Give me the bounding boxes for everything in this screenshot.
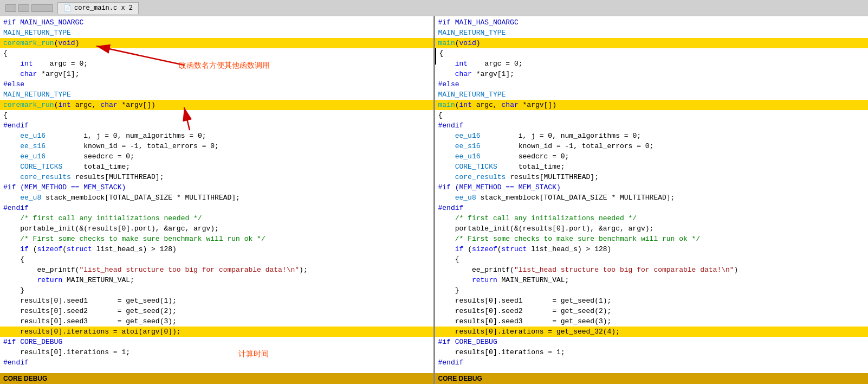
right-code-area[interactable]: #if MAIN_HAS_NOARGC MAIN_RETURN_TYPE mai… (435, 16, 869, 384)
code-line: MAIN_RETURN_TYPE (0, 89, 433, 100)
code-line: ee_u16 seedcrc = 0; (0, 151, 433, 162)
right-status-bar: CORE DEBUG (435, 373, 869, 384)
window-controls (5, 4, 53, 12)
code-line: MAIN_RETURN_TYPE (0, 28, 433, 38)
code-line: ee_printf("list_head structure too big f… (435, 265, 869, 275)
code-line: /* First some checks to make sure benchm… (0, 234, 433, 244)
code-line: { (435, 254, 869, 265)
code-line: #endif (435, 357, 869, 368)
code-line: /* First some checks to make sure benchm… (435, 234, 869, 244)
code-line: CORE_TICKS total_time; (0, 162, 433, 172)
code-line: #endif (435, 120, 869, 131)
code-line: ee_u8 stack_memblock[TOTAL_DATA_SIZE * M… (435, 193, 869, 203)
code-line: #if MAIN_HAS_NOARGC (435, 17, 869, 28)
code-line: CORE_TICKS total_time; (435, 162, 869, 172)
left-code-area[interactable]: #if MAIN_HAS_NOARGC MAIN_RETURN_TYPE cor… (0, 16, 433, 384)
code-line: ee_u16 i, j = 0, num_algorithms = 0; (435, 131, 869, 141)
annotation-rename: 改函数名方便其他函数调用 (179, 61, 270, 71)
code-line: core_results results[MULTITHREAD]; (0, 172, 433, 182)
right-editor-panel: #if MAIN_HAS_NOARGC MAIN_RETURN_TYPE mai… (433, 16, 869, 384)
code-line: { (435, 48, 869, 59)
code-line: if (sizeof(struct list_head_s) > 128) (0, 244, 433, 254)
tab-label: core_main.c x 2 (74, 4, 133, 12)
code-line: results[0].seed3 = get_seed(3); (0, 316, 433, 327)
top-bar: 📄 core_main.c x 2 (0, 0, 868, 16)
file-icon: 📄 (63, 4, 72, 12)
left-editor-panel: #if MAIN_HAS_NOARGC MAIN_RETURN_TYPE cor… (0, 16, 433, 384)
code-line: /* first call any initializations needed… (435, 213, 869, 223)
code-line: { (0, 110, 433, 120)
code-line: #if (MEM_METHOD == MEM_STACK) (0, 182, 433, 193)
code-line: #else (0, 79, 433, 89)
code-line: } (435, 285, 869, 296)
code-line-highlight-2: coremark_run(int argc, char *argv[]) (0, 100, 433, 110)
code-line: return MAIN_RETURN_VAL; (0, 275, 433, 285)
code-line: results[0].seed2 = get_seed(2); (435, 306, 869, 316)
code-line-highlight-riter: results[0].iterations = get_seed_32(4); (435, 327, 869, 337)
left-status-text: CORE DEBUG (3, 375, 47, 382)
code-line: #endif (0, 357, 433, 368)
code-line: int argc = 0; (435, 59, 869, 69)
code-line: portable_init(&(results[0].port), &argc,… (0, 223, 433, 234)
code-line: MAIN_RETURN_TYPE (435, 89, 869, 100)
code-line: { (0, 48, 433, 59)
code-line-highlight-r2: main(int argc, char *argv[]) (435, 100, 869, 110)
code-line: ee_u16 seedcrc = 0; (435, 151, 869, 162)
code-line-highlight-1: coremark_run(void) (0, 38, 433, 48)
code-line: { (0, 254, 433, 265)
code-line: #if CORE_DEBUG (435, 337, 869, 347)
code-line: ee_printf("list_head structure too big f… (0, 265, 433, 275)
code-line: #else (435, 79, 869, 89)
app-container: 📄 core_main.c x 2 #if MAIN_HAS_NOARGC MA… (0, 0, 868, 384)
code-line: #endif (0, 203, 433, 213)
code-line: MAIN_RETURN_TYPE (435, 28, 869, 38)
code-line-highlight-r1: main(void) (435, 38, 869, 48)
code-line: #if CORE_DEBUG (0, 337, 433, 347)
code-line: ee_s16 known_id = -1, total_errors = 0; (435, 141, 869, 151)
code-line: #endif (435, 203, 869, 213)
file-tab[interactable]: 📄 core_main.c x 2 (57, 2, 139, 14)
annotation-timing: 计算时间 (238, 349, 269, 359)
code-line: #if (MEM_METHOD == MEM_STACK) (435, 182, 869, 193)
code-line: results[0].iterations = 1; (0, 347, 433, 357)
code-line: ee_u8 stack_memblock[TOTAL_DATA_SIZE * M… (0, 193, 433, 203)
code-line: { (435, 110, 869, 120)
code-line: ee_u16 i, j = 0, num_algorithms = 0; (0, 131, 433, 141)
code-line: portable_init(&(results[0].port), &argc,… (435, 223, 869, 234)
right-status-text: CORE DEBUG (438, 375, 482, 382)
code-line: #endif (0, 120, 433, 131)
code-line: results[0].seed2 = get_seed(2); (0, 306, 433, 316)
code-line: return MAIN_RETURN_VAL; (435, 275, 869, 285)
cursor-indicator (435, 54, 436, 65)
left-status-bar: CORE DEBUG (0, 373, 433, 384)
code-line: char *argv[1]; (435, 69, 869, 79)
code-line: } (0, 285, 433, 296)
code-line-highlight-iter: results[0].iterations = atoi(argv[0]); (0, 327, 433, 337)
code-line: core_results results[MULTITHREAD]; (435, 172, 869, 182)
code-line: results[0].iterations = 1; (435, 347, 869, 357)
code-line: #if MAIN_HAS_NOARGC (0, 17, 433, 28)
code-line: ee_s16 known_id = -1, total_errors = 0; (0, 141, 433, 151)
code-line: /* first call any initializations needed… (0, 213, 433, 223)
code-line: results[0].seed1 = get_seed(1); (0, 296, 433, 306)
code-line: if (sizeof(struct list_head_s) > 128) (435, 244, 869, 254)
code-line: results[0].seed3 = get_seed(3); (435, 316, 869, 327)
code-line: results[0].seed1 = get_seed(1); (435, 296, 869, 306)
